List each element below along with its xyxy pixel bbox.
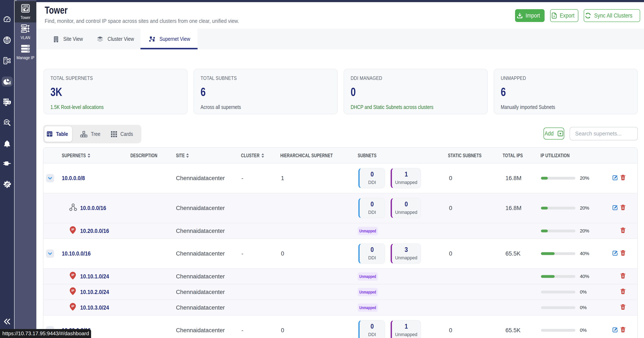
svg-text:x: x bbox=[553, 14, 555, 18]
svg-text:IP: IP bbox=[72, 289, 74, 292]
svg-text:IP: IP bbox=[72, 273, 74, 277]
svg-text:IP: IP bbox=[72, 228, 74, 231]
svg-text:IP: IP bbox=[72, 304, 74, 308]
svg-text:DNS: DNS bbox=[5, 40, 10, 43]
